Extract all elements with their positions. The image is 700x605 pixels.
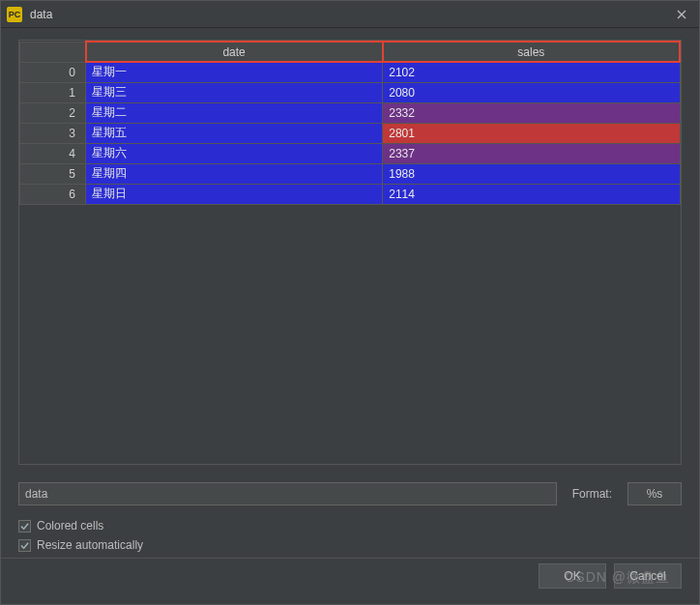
table-row[interactable]: 6星期日2114 bbox=[20, 184, 681, 204]
cell-sales[interactable]: 2332 bbox=[383, 102, 680, 123]
expression-input[interactable] bbox=[18, 482, 557, 505]
cell-date[interactable]: 星期二 bbox=[86, 102, 383, 123]
app-icon: PC bbox=[7, 7, 22, 22]
row-index[interactable]: 1 bbox=[20, 82, 86, 102]
row-index[interactable]: 6 bbox=[20, 184, 86, 204]
resize-auto-checkbox[interactable]: Resize automatically bbox=[18, 538, 682, 552]
table-row[interactable]: 0星期一2102 bbox=[20, 62, 681, 82]
cell-sales[interactable]: 1988 bbox=[383, 163, 680, 184]
format-input[interactable] bbox=[627, 482, 682, 505]
column-header-date[interactable]: date bbox=[86, 42, 383, 62]
check-icon bbox=[20, 541, 29, 550]
app-icon-label: PC bbox=[9, 10, 21, 19]
cell-date[interactable]: 星期四 bbox=[86, 163, 383, 184]
cell-date[interactable]: 星期五 bbox=[86, 123, 383, 143]
checkbox-box bbox=[18, 539, 31, 552]
table-row[interactable]: 2星期二2332 bbox=[20, 102, 681, 123]
row-index[interactable]: 0 bbox=[20, 62, 86, 82]
cell-sales[interactable]: 2801 bbox=[383, 123, 680, 143]
cell-sales[interactable]: 2080 bbox=[383, 82, 680, 102]
window-title: data bbox=[30, 8, 670, 21]
cancel-button-label: Cancel bbox=[629, 569, 665, 583]
ok-button[interactable]: OK bbox=[539, 563, 606, 589]
checkbox-box bbox=[18, 520, 31, 533]
format-label: Format: bbox=[572, 487, 612, 501]
cell-sales[interactable]: 2114 bbox=[383, 184, 680, 204]
data-table: date sales 0星期一21021星期三20802星期二23323星期五2… bbox=[19, 41, 681, 205]
controls: Format: Colored cells Resize automatical… bbox=[1, 465, 699, 558]
cell-date[interactable]: 星期六 bbox=[86, 143, 383, 163]
checkbox-group: Colored cells Resize automatically bbox=[18, 519, 682, 552]
table-row[interactable]: 5星期四1988 bbox=[20, 163, 681, 184]
close-icon bbox=[677, 10, 686, 19]
row-index[interactable]: 5 bbox=[20, 163, 86, 184]
index-header[interactable] bbox=[20, 42, 86, 62]
table-row[interactable]: 1星期三2080 bbox=[20, 82, 681, 102]
cell-sales[interactable]: 2102 bbox=[383, 62, 680, 82]
dialog-footer: CSDN @微盘鱼 OK Cancel bbox=[1, 558, 699, 604]
ok-button-label: OK bbox=[564, 569, 580, 583]
table-row[interactable]: 4星期六2337 bbox=[20, 143, 681, 163]
cell-sales[interactable]: 2337 bbox=[383, 143, 680, 163]
cell-date[interactable]: 星期日 bbox=[86, 184, 383, 204]
row-index[interactable]: 3 bbox=[20, 123, 86, 143]
resize-auto-label: Resize automatically bbox=[37, 538, 143, 552]
cell-date[interactable]: 星期一 bbox=[86, 62, 383, 82]
colored-cells-checkbox[interactable]: Colored cells bbox=[18, 519, 682, 533]
cancel-button[interactable]: Cancel bbox=[614, 563, 682, 589]
table-row[interactable]: 3星期五2801 bbox=[20, 123, 681, 143]
colored-cells-label: Colored cells bbox=[37, 519, 103, 533]
expression-row: Format: bbox=[18, 482, 682, 505]
close-button[interactable] bbox=[670, 3, 693, 26]
row-index[interactable]: 2 bbox=[20, 102, 86, 123]
cell-date[interactable]: 星期三 bbox=[86, 82, 383, 102]
row-index[interactable]: 4 bbox=[20, 143, 86, 163]
check-icon bbox=[20, 522, 29, 531]
window-titlebar: PC data bbox=[1, 1, 699, 28]
column-header-sales[interactable]: sales bbox=[383, 42, 680, 62]
content-area: date sales 0星期一21021星期三20802星期二23323星期五2… bbox=[1, 28, 699, 465]
table-container[interactable]: date sales 0星期一21021星期三20802星期二23323星期五2… bbox=[18, 40, 682, 465]
header-row: date sales bbox=[20, 42, 681, 62]
